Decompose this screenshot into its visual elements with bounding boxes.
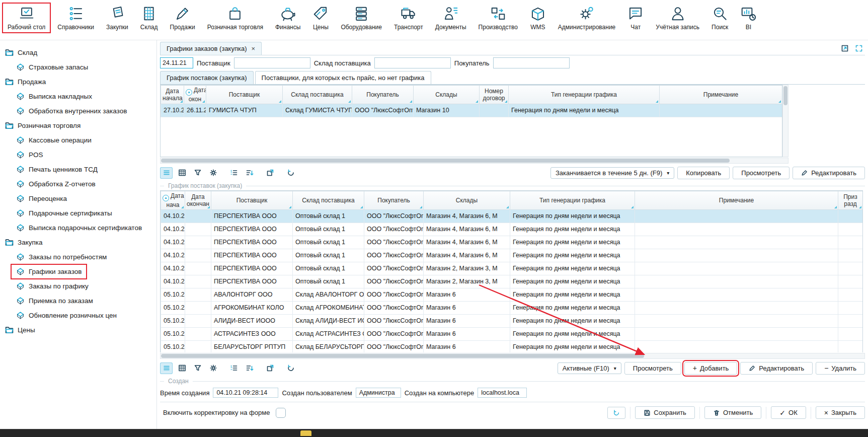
- cell[interactable]: ООО "ЛюксСофтОпт": [364, 301, 424, 314]
- cell[interactable]: 04.10.21: [161, 209, 185, 223]
- vertical-scrollbar[interactable]: [782, 85, 788, 157]
- cell[interactable]: Магазин 4, Магазин 6, М: [424, 223, 510, 236]
- view-list-icon[interactable]: [160, 167, 173, 179]
- numbered-list-icon[interactable]: [227, 167, 240, 179]
- cell[interactable]: ООО "ЛюксСофтОпт": [364, 327, 424, 340]
- sidebar-item-obnovlenie-roznichnyh-cen[interactable]: Обновление розничных цен: [11, 308, 122, 323]
- column-header[interactable]: Склады: [414, 86, 480, 104]
- table-row[interactable]: 05.10.21БЕЛАРУСЬТОРГ РПТУПСклад БЕЛАРУСЬ…: [161, 340, 863, 352]
- column-header[interactable]: Покупатель: [352, 86, 414, 104]
- cell[interactable]: Склад АСТРАСИНТЕЗ ОС: [293, 327, 364, 340]
- cell[interactable]: [185, 288, 211, 301]
- cell[interactable]: [635, 327, 838, 340]
- cell[interactable]: Генерация по дням недели и месяца: [510, 249, 635, 262]
- cell[interactable]: 04.10.21: [161, 262, 185, 275]
- topbar-item-prices[interactable]: Цены: [307, 3, 334, 33]
- table-row[interactable]: 04.10.21ПЕРСПЕКТИВА ООООптовый склад 1ОО…: [161, 262, 863, 275]
- topbar-item-sales[interactable]: Продажи: [165, 3, 201, 33]
- table-row[interactable]: 04.10.21ПЕРСПЕКТИВА ООООптовый склад 1ОО…: [161, 249, 863, 262]
- column-header[interactable]: ▴Датанача: [161, 191, 185, 210]
- cell[interactable]: Генерация по дням недели и месяца: [510, 262, 635, 275]
- sidebar-item-kassovye-operacii[interactable]: Кассовые операции: [11, 133, 97, 148]
- topbar-item-directories[interactable]: Справочники: [52, 3, 100, 33]
- ok-button[interactable]: ✓ОК: [771, 406, 806, 419]
- cell[interactable]: [635, 209, 838, 223]
- sidebar-item-podarochnye-sertifikaty[interactable]: Подарочные сертификаты: [11, 206, 117, 221]
- cell[interactable]: 26.11.21: [184, 104, 206, 117]
- cell[interactable]: Магазин 6: [424, 340, 510, 352]
- column-header[interactable]: Призразд: [838, 191, 863, 210]
- topbar-item-administration[interactable]: Администрирование: [553, 3, 621, 33]
- sort-columns-icon[interactable]: [243, 362, 256, 374]
- sidebar-item-pos[interactable]: POS: [11, 148, 48, 162]
- cell[interactable]: [185, 209, 211, 223]
- cell[interactable]: [838, 275, 863, 288]
- cell[interactable]: Склад БЕЛАРУСЬТОРГ Р: [293, 340, 364, 352]
- supplier-filter-input[interactable]: [234, 57, 310, 68]
- cell[interactable]: Склад АГРОКОМБИНАТ: [293, 301, 364, 314]
- cell[interactable]: 05.10.21: [161, 314, 185, 327]
- cell[interactable]: [838, 314, 863, 327]
- table-row[interactable]: 04.10.21ПЕРСПЕКТИВА ООООптовый склад 1ОО…: [161, 223, 863, 236]
- cell[interactable]: 04.10.21: [161, 236, 185, 249]
- topbar-item-chat[interactable]: Чат: [622, 3, 649, 33]
- cell[interactable]: ООО "ЛюксСофтОпт": [364, 209, 424, 223]
- sidebar-item-vypiska-podarochnyh-sertifikatov[interactable]: Выписка подарочных сертификатов: [11, 221, 147, 235]
- cell[interactable]: [838, 340, 863, 352]
- column-header[interactable]: Примечание: [635, 191, 838, 210]
- cell[interactable]: [635, 262, 838, 275]
- topbar-item-purchases[interactable]: Закупки: [101, 3, 134, 33]
- topbar-item-documents[interactable]: Документы: [430, 3, 472, 33]
- cell[interactable]: [635, 236, 838, 249]
- cell[interactable]: Генерация по дням недели и месяца: [510, 223, 635, 236]
- cell[interactable]: ООО "ЛюксСофтОпт": [364, 223, 424, 236]
- sidebar-item-obrabotka-vnutrennih-zakazov[interactable]: Обработка внутренних заказов: [11, 104, 132, 118]
- cell[interactable]: ПЕРСПЕКТИВА ООО: [211, 275, 293, 288]
- column-header[interactable]: Датаокончан: [185, 191, 211, 210]
- column-header[interactable]: Покупатель: [364, 191, 424, 210]
- cell[interactable]: Генерация по дням недели и месяца: [510, 314, 635, 327]
- cell[interactable]: АСТРАСИНТЕЗ ООО: [211, 327, 293, 340]
- sidebar-item-priemka-po-zakazam[interactable]: Приемка по заказам: [11, 294, 98, 308]
- cell[interactable]: Склад ГУМИСТА ЧТУП: [283, 104, 352, 117]
- cell[interactable]: [185, 340, 211, 352]
- cell[interactable]: Генерация по дням недели и месяца: [509, 104, 660, 117]
- cell[interactable]: [838, 301, 863, 314]
- sidebar-item-ceny[interactable]: Цены: [0, 323, 40, 337]
- cell[interactable]: АВАЛОНТОРГ ООО: [211, 288, 293, 301]
- cell[interactable]: [185, 301, 211, 314]
- cell[interactable]: Генерация по дням недели и месяца: [510, 301, 635, 314]
- cell[interactable]: ПЕРСПЕКТИВА ООО: [211, 236, 293, 249]
- settings-gear-icon[interactable]: [207, 167, 219, 179]
- cell[interactable]: 05.10.21: [161, 301, 185, 314]
- sidebar-item-pereocenka[interactable]: Переоценка: [11, 191, 72, 206]
- edit-button[interactable]: Редактировать: [740, 362, 813, 375]
- column-header[interactable]: Склад поставщика: [283, 86, 352, 104]
- sidebar-item-zakupka[interactable]: Закупка: [0, 235, 48, 250]
- cell[interactable]: [185, 262, 211, 275]
- table-row[interactable]: 04.10.21ПЕРСПЕКТИВА ООООптовый склад 1ОО…: [161, 209, 863, 223]
- topbar-item-transport[interactable]: Транспорт: [388, 3, 429, 33]
- cell[interactable]: Оптовый склад 1: [293, 209, 364, 223]
- date-filter-input[interactable]: [160, 57, 193, 68]
- cell[interactable]: ПЕРСПЕКТИВА ООО: [211, 262, 293, 275]
- topbar-item-desktop[interactable]: Рабочий стол: [2, 3, 51, 33]
- cell[interactable]: [185, 314, 211, 327]
- open-external-icon[interactable]: [264, 362, 276, 374]
- cell[interactable]: ПЕРСПЕКТИВА ООО: [211, 249, 293, 262]
- topbar-item-wms[interactable]: WMS: [524, 3, 551, 33]
- cell[interactable]: [480, 104, 509, 117]
- scrollbar-thumb[interactable]: [161, 354, 644, 358]
- tab-grafiki-zakazov[interactable]: Графики заказов (закупка) ×: [160, 42, 262, 55]
- cell[interactable]: [838, 236, 863, 249]
- table-row[interactable]: 04.10.21ПЕРСПЕКТИВА ООООптовый склад 1ОО…: [161, 236, 863, 249]
- topbar-item-warehouse[interactable]: Склад: [135, 3, 164, 33]
- cell[interactable]: Генерация по дням недели и месяца: [510, 275, 635, 288]
- cell[interactable]: Магазин 2, Магазин 3, М: [424, 262, 510, 275]
- topbar-item-production[interactable]: Производство: [473, 3, 523, 33]
- view-table-icon[interactable]: [176, 362, 188, 374]
- column-header[interactable]: Тип генерации графика: [509, 86, 660, 104]
- column-header[interactable]: Тип генерации графика: [510, 191, 635, 210]
- reload-columns-icon[interactable]: [284, 362, 297, 374]
- column-header[interactable]: Поставщик: [211, 191, 293, 210]
